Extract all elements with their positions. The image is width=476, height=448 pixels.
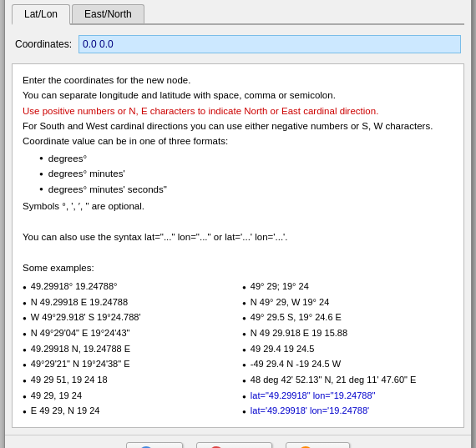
format-item-1: degrees° <box>39 151 453 166</box>
tab-lat-lon[interactable]: Lat/Lon <box>12 4 70 25</box>
examples-grid: 49.29918° 19.24788° N 49.29918 E 19.2478… <box>23 279 453 419</box>
desc-line4: For South and West cardinal directions y… <box>23 118 453 133</box>
tab-bar: Lat/Lon East/North <box>12 4 464 25</box>
example-left-1: N 49.29918 E 19.24788 <box>23 294 234 310</box>
coordinates-input[interactable] <box>78 35 461 53</box>
example-right-0: 49° 29; 19° 24 <box>242 279 453 294</box>
example-left-7: 49 29, 19 24 <box>23 388 234 404</box>
coordinates-label: Coordinates: <box>15 38 72 50</box>
example-right-4: 49 29.4 19 24.5 <box>242 341 453 357</box>
desc-line6: Symbols °, ', ′, " are optional. <box>23 199 453 214</box>
example-left-5: 49°29'21" N 19°24'38" E <box>23 356 234 372</box>
example-right-7: lat="49.29918" lon="19.24788" <box>242 388 453 404</box>
example-right-1: N 49° 29, W 19° 24 <box>242 294 453 310</box>
examples-col-right: 49° 29; 19° 24 N 49° 29, W 19° 24 49° 29… <box>242 279 453 419</box>
desc-line2: You can separate longitude and latitude … <box>23 88 453 103</box>
coordinates-row: Coordinates: <box>12 32 464 57</box>
example-right-8: lat='49.29918' lon='19.24788' <box>242 403 453 419</box>
desc-line3: Use positive numbers or N, E characters … <box>23 103 453 118</box>
tab-east-north[interactable]: East/North <box>72 4 144 23</box>
examples-col-left: 49.29918° 19.24788° N 49.29918 E 19.2478… <box>23 279 234 419</box>
example-left-6: 49 29 51, 19 24 18 <box>23 372 234 388</box>
desc-line5: Coordinate value can be in one of three … <box>23 133 453 148</box>
content-area: Enter the coordinates for the new node. … <box>12 63 464 428</box>
example-right-6: 48 deg 42' 52.13" N, 21 deg 11' 47.60" E <box>242 372 453 388</box>
example-left-8: E 49 29, N 19 24 <box>23 403 234 419</box>
formats-list: degrees° degrees° minutes' degrees° minu… <box>23 151 453 197</box>
example-left-4: 49.29918 N, 19.24788 E <box>23 341 234 357</box>
cancel-button[interactable]: ✕ Cancel <box>196 442 271 448</box>
example-left-2: W 49°29.918' S 19°24.788' <box>23 310 234 325</box>
format-item-2: degrees° minutes' <box>39 166 453 181</box>
desc-line8: You can also use the syntax lat="..." lo… <box>23 229 453 244</box>
example-right-5: -49 29.4 N -19 24.5 W <box>242 356 453 372</box>
example-left-3: N 49°29'04" E 19°24'43" <box>23 325 234 341</box>
example-right-3: N 49 29.918 E 19 15.88 <box>242 325 453 341</box>
main-window: + Add Node... ✕ Lat/Lon East/North Coord… <box>4 0 472 448</box>
desc-line1: Enter the coordinates for the new node. <box>23 73 453 88</box>
footer: ↩ Ok ✕ Cancel ? Help <box>5 435 471 448</box>
example-right-2: 49° 29.5 S, 19° 24.6 E <box>242 310 453 325</box>
format-item-3: degrees° minutes' seconds" <box>39 182 453 197</box>
desc-line10: Some examples: <box>23 260 453 275</box>
window-body: Lat/Lon East/North Coordinates: Enter th… <box>5 0 471 435</box>
example-left-0: 49.29918° 19.24788° <box>23 279 234 294</box>
ok-button[interactable]: ↩ Ok <box>126 442 183 448</box>
help-button[interactable]: ? Help <box>286 442 351 448</box>
